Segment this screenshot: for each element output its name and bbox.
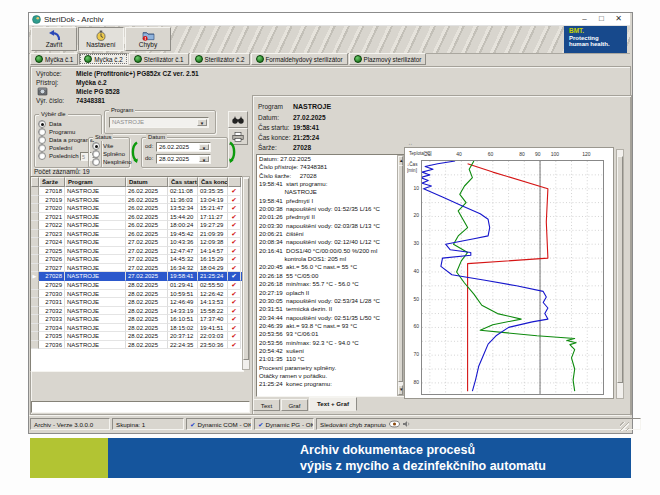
- date-to-dropdown-icon[interactable]: ▼: [199, 156, 209, 162]
- view-tab-graf[interactable]: Graf: [281, 399, 308, 411]
- radio-dot-icon: [38, 136, 46, 144]
- table-row[interactable]: 27033NASTROJE28.02.202516:10:5117:37:40✔: [31, 315, 243, 324]
- table-row[interactable]: 27032NASTROJE28.02.202514:33:1915:58:22✔: [31, 307, 243, 316]
- chart-plot-area: [421, 160, 604, 395]
- device-status-icon: [35, 55, 43, 63]
- status-radio-spln-no[interactable]: Splněno: [92, 150, 125, 158]
- cell-start: 12:46:49: [168, 298, 198, 307]
- select-by-radio-data[interactable]: Data: [38, 120, 62, 128]
- log-line: Otáčky ramen v pořádku.: [257, 372, 404, 380]
- table-row[interactable]: 27025NASTROJE27.02.202512:47:4714:14:57✔: [31, 247, 243, 256]
- model-value: Miele PG 8528: [76, 88, 120, 95]
- table-row[interactable]: 27023NASTROJE26.02.202519:45:4221:09:39✔: [31, 230, 243, 239]
- radio-dot-icon: [92, 142, 100, 150]
- select-by-radio-posledn-[interactable]: Poslední: [38, 144, 72, 152]
- status-radio-nespln-no[interactable]: Nesplněno: [92, 158, 132, 166]
- table-row[interactable]: 27030NASTROJE28.02.202510:59:5112:26:42✔: [31, 290, 243, 299]
- device-tab-formaldehydov-steriliz-tor[interactable]: Formaldehydový sterilizátor: [251, 53, 348, 65]
- column-header-program[interactable]: Program: [65, 177, 126, 187]
- cell-start: 14:45:32: [168, 255, 198, 264]
- table-row[interactable]: 27019NASTROJE26.02.202511:36:0313:04:19✔: [31, 196, 243, 205]
- device-tab-my-ka-2[interactable]: Myčka č.2: [79, 53, 127, 65]
- search-button[interactable]: [228, 111, 248, 128]
- close-window-button[interactable]: ✕: [610, 13, 627, 25]
- log-line: 20:34:44 napouštění vody: 02:51/35 L/50 …: [257, 314, 404, 322]
- cell-start: 16:34:32: [168, 264, 198, 273]
- table-row[interactable]: 27031NASTROJE28.02.202512:46:4914:13:53✔: [31, 298, 243, 307]
- column-header--as-startu[interactable]: Čas startu: [168, 177, 198, 187]
- device-tab-steriliz-tor-2[interactable]: Sterilizátor č.2: [190, 53, 250, 65]
- empty-filter-field: [31, 401, 250, 413]
- settings-button[interactable]: Nastavení: [78, 27, 124, 51]
- device-tab-plazmov-steriliz-tor[interactable]: Plazmový sterilizátor: [349, 53, 427, 65]
- log-line: 20:53:56 93 °C/06:01: [257, 330, 404, 338]
- temperature-chart: ↔ Teplota[°C] ↓Čas[min] 2040608090100120…: [404, 147, 614, 399]
- ok-check-icon: ✔: [228, 247, 241, 256]
- select-by-radio-programu[interactable]: Programu: [38, 128, 75, 136]
- date-from-dropdown-icon[interactable]: ▼: [199, 144, 209, 150]
- device-tab-steriliz-tor-1[interactable]: Sterilizátor č.1: [129, 53, 189, 65]
- records-table: ŠaržeProgramDatumČas startuČas konce 270…: [30, 176, 244, 372]
- date-to-field[interactable]: 28.02.2025 ▼: [156, 154, 211, 164]
- close-archive-button[interactable]: Zavřít: [31, 27, 77, 51]
- cell-date: 27.02.2025: [126, 272, 168, 281]
- device-tab-my-ka-1[interactable]: Myčka č.1: [30, 53, 78, 65]
- cell-start: 22:24:35: [168, 341, 198, 350]
- cell-end: 14:14:57: [198, 247, 228, 256]
- cell-batch: 27023: [39, 230, 65, 239]
- errors-button[interactable]: Chyby: [125, 27, 171, 51]
- undo-arrow-icon: [48, 30, 61, 41]
- chart-scrollbar[interactable]: [616, 149, 624, 399]
- table-row[interactable]: 27022NASTROJE26.02.202518:00:2419:27:29✔: [31, 221, 243, 230]
- table-row[interactable]: 27029NASTROJE28.02.202501:29:4102:55:50✔: [31, 281, 243, 290]
- status-radio-v-e[interactable]: Vše: [92, 142, 113, 150]
- table-scrollbar[interactable]: [242, 176, 250, 370]
- log-line: 21:25:24 konec programu:: [257, 380, 404, 388]
- view-tab-text[interactable]: Text: [253, 399, 280, 411]
- table-row[interactable]: 27036NASTROJE28.02.202522:24:3523:50:36✔: [31, 341, 243, 350]
- log-line: 20:08:34 napouštění vody: 02:12/40 L/12 …: [257, 238, 404, 246]
- status-check-icon: ✔: [258, 421, 263, 428]
- header-marker-cell: [31, 177, 39, 187]
- cell-end: 18:04:29: [198, 264, 228, 273]
- table-row[interactable]: 27026NASTROJE27.02.202514:45:3216:15:29✔: [31, 255, 243, 264]
- table-row[interactable]: ▶27028NASTROJE27.02.202519:58:4121:25:24…: [31, 272, 243, 281]
- cell-date: 28.02.2025: [126, 315, 168, 324]
- status-text: Archiv - Verze 3.0.0.0: [34, 421, 93, 428]
- select-by-radio-posledn-ch[interactable]: Posledních: [38, 152, 79, 160]
- date-from-field[interactable]: 26.02.2025 ▼: [156, 142, 211, 152]
- resize-grip[interactable]: [620, 422, 629, 431]
- cell-start: 14:33:19: [168, 307, 198, 316]
- row-marker-cell: [31, 255, 39, 264]
- series-blue: [422, 161, 548, 391]
- log-scrollbar[interactable]: ▲ ▼: [397, 155, 404, 396]
- minimize-button[interactable]: –: [576, 13, 593, 25]
- column-header-datum[interactable]: Datum: [126, 177, 168, 187]
- table-header: ŠaržeProgramDatumČas startuČas konce: [31, 177, 243, 187]
- column-header--ar-e[interactable]: Šarže: [39, 177, 65, 187]
- ok-check-icon: ✔: [228, 281, 241, 290]
- combo-dropdown-icon[interactable]: ▼: [197, 119, 207, 126]
- log-line: Datum: 27.02.2025: [257, 155, 404, 163]
- log-line: 20:26:18 55 °C/05:00: [257, 272, 404, 280]
- table-row[interactable]: 27034NASTROJE28.02.202518:15:0219:41:51✔: [31, 324, 243, 333]
- log-line: 20:46:39 akt.= 93.8 °C nast.= 93 °C: [257, 322, 404, 330]
- table-row[interactable]: 27027NASTROJE27.02.202516:34:3218:04:29✔: [31, 264, 243, 273]
- view-tab-text-graf[interactable]: Text + Graf: [309, 397, 357, 411]
- table-row[interactable]: 27024NASTROJE27.02.202510:43:3612:09:38✔: [31, 238, 243, 247]
- table-row[interactable]: 27018NASTROJE26.02.202502:11:0803:35:35✔: [31, 187, 243, 196]
- cell-batch: 27031: [39, 298, 65, 307]
- cell-end: 02:55:50: [198, 281, 228, 290]
- maximize-button[interactable]: □: [593, 13, 610, 25]
- cell-start: 13:52:34: [168, 204, 198, 213]
- program-combobox[interactable]: NASTROJE ▼: [109, 117, 209, 128]
- process-log[interactable]: Datum: 27.02.2025Číslo přístroje: 743483…: [256, 154, 405, 397]
- device-value: Myčka č.2: [76, 79, 107, 86]
- cell-start: 15:44:20: [168, 213, 198, 222]
- cell-date: 27.02.2025: [126, 255, 168, 264]
- column-header--as-konce[interactable]: Čas konce: [198, 177, 228, 187]
- select-by-radio-data-a-programu[interactable]: Data a programu: [38, 136, 94, 144]
- table-row[interactable]: 27020NASTROJE26.02.202513:52:3415:21:47✔: [31, 204, 243, 213]
- table-row[interactable]: 27021NASTROJE26.02.202515:44:2017:11:27✔: [31, 213, 243, 222]
- table-row[interactable]: 27035NASTROJE28.02.202520:37:1222:03:03✔: [31, 332, 243, 341]
